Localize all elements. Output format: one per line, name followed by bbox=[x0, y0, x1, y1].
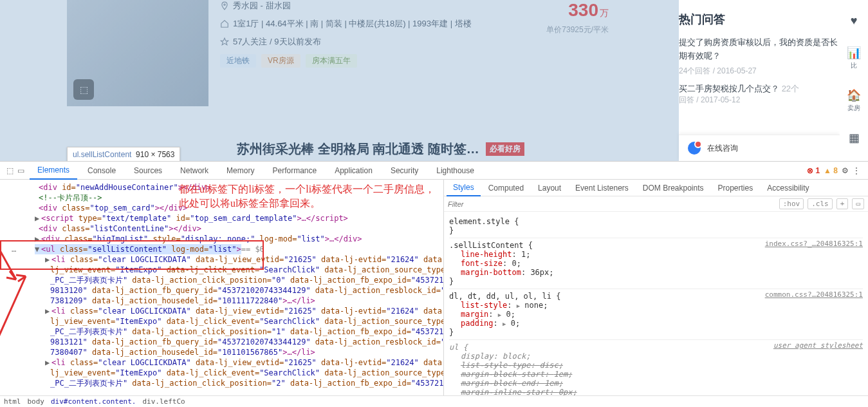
device-toggle-icon[interactable]: ▭ bbox=[17, 166, 24, 175]
styles-filter-row: :hov .cls + ▭ bbox=[444, 196, 868, 212]
css-rule[interactable]: common.css?…204816325:1 dl, dt, dd, ul, … bbox=[449, 289, 863, 340]
styles-pane-menu-icon[interactable]: ▭ bbox=[852, 198, 864, 209]
css-rule[interactable]: index.css?_…204816325:1 .sellListContent… bbox=[449, 238, 863, 289]
rail-favorite[interactable]: ♥ bbox=[851, 14, 858, 28]
star-icon bbox=[220, 37, 229, 46]
price-block: 330万 单价73925元/平米 bbox=[546, 0, 609, 35]
online-chat-button[interactable]: 在线咨询 bbox=[679, 135, 840, 161]
settings-gear-icon[interactable]: ⚙ bbox=[842, 166, 849, 175]
ua-stylesheet-label: user agent stylesheet bbox=[773, 341, 863, 350]
tab-network[interactable]: Network bbox=[172, 162, 216, 180]
dom-line[interactable]: ▶<li class="clear LOGCLICKDATA" data-lj_… bbox=[31, 306, 443, 316]
subtab-styles[interactable]: Styles bbox=[447, 180, 481, 196]
user-annotation-text: 都在ul标签下的li标签，一个li标签代表一个二手房信息， 此处可以将ul标签全… bbox=[179, 182, 435, 211]
dom-line[interactable]: _PC_二手列表页卡片" data-lj_action_click_positi… bbox=[31, 327, 443, 337]
css-rule-ua[interactable]: user agent stylesheet ul { display: bloc… bbox=[449, 340, 863, 395]
faq-title: 热门问答 bbox=[679, 12, 840, 27]
dom-line[interactable]: lj_view_event="ItemExpo" data-lj_click_e… bbox=[31, 316, 443, 327]
heart-icon: ♥ bbox=[851, 14, 858, 28]
dom-line[interactable]: 9813120" data-lj_action_fb_query_id="453… bbox=[31, 285, 443, 296]
new-style-rule-icon[interactable]: + bbox=[836, 198, 849, 209]
tag-row: 近地铁 VR房源 房本满五年 bbox=[220, 54, 634, 68]
specs-text: 1室1厅 | 44.64平米 | 南 | 简装 | 中楼层(共18层) | 19… bbox=[233, 18, 472, 30]
webpage-area: ⬚ 秀水园 - 甜水园 1室1厅 | 44.64平米 | 南 | 简装 | 中楼… bbox=[0, 0, 868, 161]
follow-text: 57人关注 / 9天以前发布 bbox=[233, 36, 321, 48]
price-unit: 万 bbox=[600, 8, 609, 18]
price-number: 330 bbox=[568, 0, 598, 20]
inspect-element-icon[interactable]: ⬚ bbox=[6, 166, 14, 175]
faq-meta-1: 24个回答 / 2016-05-27 bbox=[679, 66, 840, 77]
annotation-box bbox=[0, 240, 264, 270]
subtab-layout[interactable]: Layout bbox=[531, 180, 568, 196]
rail-grid[interactable]: ▦ bbox=[849, 131, 860, 145]
subtab-computed[interactable]: Computed bbox=[482, 180, 530, 196]
subtab-properties[interactable]: Properties bbox=[712, 180, 760, 196]
tag-subway: 近地铁 bbox=[220, 54, 256, 68]
sell-icon: 🏠 bbox=[847, 88, 861, 102]
warning-count-icon[interactable]: ▲ 8 bbox=[824, 166, 838, 175]
styles-pane: Styles Computed Layout Event Listeners D… bbox=[443, 180, 868, 395]
css-rule[interactable]: element.style { } bbox=[449, 214, 863, 238]
tab-security[interactable]: Security bbox=[383, 162, 426, 180]
error-count-icon[interactable]: ⊗ 1 bbox=[807, 166, 820, 175]
vr-badge-icon: ⬚ bbox=[73, 79, 94, 100]
location-icon bbox=[220, 1, 229, 10]
styles-filter-input[interactable] bbox=[448, 200, 775, 208]
dom-line[interactable]: lj_view_event="ItemExpo" data-lj_click_e… bbox=[31, 368, 443, 378]
chat-icon bbox=[688, 142, 701, 155]
side-icon-rail: ♥ 📊比 🏠卖房 ▦ ▲TOP ⊡ bbox=[840, 0, 868, 161]
tab-lighthouse[interactable]: Lighthouse bbox=[429, 162, 482, 180]
unit-price: 单价73925元/平米 bbox=[546, 24, 609, 35]
dom-line[interactable]: ▶<script type="text/template" id="top_se… bbox=[31, 213, 443, 223]
dom-line[interactable]: _PC_二手列表页卡片" data-lj_action_click_positi… bbox=[31, 275, 443, 285]
subtab-eventlisteners[interactable]: Event Listeners bbox=[569, 180, 635, 196]
svg-point-0 bbox=[224, 4, 225, 5]
house-icon bbox=[220, 19, 229, 28]
elements-breadcrumb[interactable]: html body div#content.content. div.leftC… bbox=[0, 395, 868, 407]
dom-line[interactable]: _PC_二手列表页卡片" data-lj_action_click_positi… bbox=[31, 378, 443, 388]
tab-performance[interactable]: Performance bbox=[264, 162, 324, 180]
grid-icon: ▦ bbox=[849, 131, 860, 145]
inspect-dimension-tooltip: ul.sellListContent 910 × 7563 bbox=[67, 147, 180, 161]
bc-leftco[interactable]: div.leftCo bbox=[142, 397, 185, 406]
elements-tree[interactable]: 都在ul标签下的li标签，一个li标签代表一个二手房信息， 此处可以将ul标签全… bbox=[0, 180, 443, 395]
dom-line[interactable]: 7380407" data-lj_action_housedel_id="101… bbox=[31, 347, 443, 357]
kebab-menu-icon[interactable]: ⋮ bbox=[853, 166, 860, 175]
faq-panel: 热门问答 提交了购房资质审核以后，我的资质是否长期有效呢？ 24个回答 / 20… bbox=[679, 0, 840, 161]
rail-sell[interactable]: 🏠卖房 bbox=[847, 88, 861, 113]
hov-toggle[interactable]: :hov bbox=[779, 198, 804, 209]
dom-line[interactable]: <div class="listContentLine"></div> bbox=[31, 223, 443, 234]
tag-vr: VR房源 bbox=[261, 54, 300, 68]
tab-elements[interactable]: Elements bbox=[30, 162, 77, 180]
rail-compare[interactable]: 📊比 bbox=[847, 46, 861, 70]
dom-line[interactable]: ▶<li class="clear LOGCLICKDATA" data-lj_… bbox=[31, 357, 443, 368]
faq-question-2[interactable]: 买二手房契税按几个点交？ 22个 bbox=[679, 83, 840, 95]
bc-html[interactable]: html bbox=[4, 397, 21, 406]
faq-question-1[interactable]: 提交了购房资质审核以后，我的资质是否长期有效呢？ bbox=[679, 36, 840, 63]
cls-toggle[interactable]: .cls bbox=[808, 198, 833, 209]
dom-line[interactable]: 7381209" data-lj_action_housedel_id="101… bbox=[31, 296, 443, 306]
listing-thumbnail[interactable]: ⬚ bbox=[67, 0, 208, 106]
tab-sources[interactable]: Sources bbox=[126, 162, 170, 180]
listing-card[interactable]: ⬚ 秀水园 - 甜水园 1室1厅 | 44.64平米 | 南 | 简装 | 中楼… bbox=[67, 0, 646, 106]
devtools-panel: ⬚ ▭ Elements Console Sources Network Mem… bbox=[0, 161, 868, 407]
dom-line[interactable]: 9813121" data-lj_action_fb_query_id="453… bbox=[31, 337, 443, 347]
tab-console[interactable]: Console bbox=[80, 162, 124, 180]
tab-memory[interactable]: Memory bbox=[219, 162, 262, 180]
styles-subtabs: Styles Computed Layout Event Listeners D… bbox=[444, 180, 868, 196]
subtab-accessibility[interactable]: Accessibility bbox=[761, 180, 815, 196]
subtab-dombreakpoints[interactable]: DOM Breakpoints bbox=[636, 180, 710, 196]
second-listing-title[interactable]: 苏州街采光棒 全明格局 南北通透 随时签… 必看好房 bbox=[237, 140, 524, 158]
tag-fiveyear: 房本满五年 bbox=[306, 54, 357, 68]
bc-body[interactable]: body bbox=[28, 397, 45, 406]
compare-icon: 📊 bbox=[847, 46, 861, 60]
styles-rules[interactable]: element.style { } index.css?_…204816325:… bbox=[444, 212, 868, 395]
css-source-link[interactable]: index.css?_…204816325:1 bbox=[765, 240, 863, 248]
bc-content[interactable]: div#content.content. bbox=[51, 397, 136, 406]
location-text[interactable]: 秀水园 - 甜水园 bbox=[233, 0, 291, 12]
devtools-main-tabs: ⬚ ▭ Elements Console Sources Network Mem… bbox=[0, 162, 868, 180]
annotation-arrow-2 bbox=[0, 270, 39, 373]
faq-meta-2: 回答 / 2017-05-12 bbox=[679, 95, 840, 106]
css-source-link[interactable]: common.css?…204816325:1 bbox=[765, 290, 863, 299]
tab-application[interactable]: Application bbox=[327, 162, 380, 180]
